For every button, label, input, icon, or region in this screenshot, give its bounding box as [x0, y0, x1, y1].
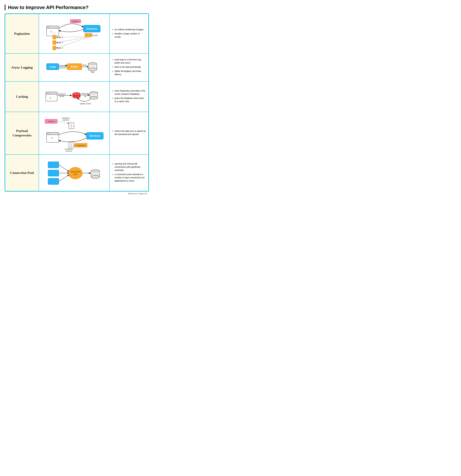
- svg-text:request: request: [48, 120, 54, 123]
- svg-rect-10: [85, 33, 88, 37]
- svg-point-69: [49, 133, 50, 134]
- row-pagination: Pagination ↖ Services request: [5, 14, 148, 54]
- svg-text:↖: ↖: [50, 30, 53, 34]
- svg-text:request: request: [72, 20, 79, 22]
- label-caching: Caching: [5, 82, 39, 112]
- svg-text:↖: ↖: [51, 136, 53, 140]
- svg-line-85: [59, 165, 69, 172]
- svg-rect-14: [53, 41, 56, 44]
- svg-point-38: [47, 93, 47, 94]
- svg-rect-84: [48, 178, 59, 185]
- svg-point-32: [88, 68, 97, 71]
- label-payload-compression: Payload Compression: [5, 112, 39, 154]
- diagram-async-logging: Logs Buffer flush Disk: [39, 54, 110, 81]
- desc-pagination: an ordinal numbering of pages handles a …: [110, 14, 148, 53]
- desc-payload-compression: reduce the data size to speed up the dow…: [110, 112, 148, 154]
- svg-text:0: 0: [71, 146, 72, 147]
- svg-rect-37: [46, 92, 57, 94]
- svg-text:compress: compress: [62, 117, 70, 119]
- svg-rect-16: [53, 46, 56, 50]
- svg-text:response: response: [77, 144, 85, 146]
- svg-text:read from: read from: [58, 93, 66, 95]
- svg-text:ẑ: ẑ: [71, 143, 72, 145]
- svg-text:pool: pool: [74, 173, 77, 175]
- svg-point-68: [47, 133, 48, 134]
- svg-text:connection: connection: [71, 170, 80, 173]
- svg-text:0: 0: [71, 126, 72, 128]
- diagram-connection-pool: connection pool: [39, 155, 110, 191]
- svg-point-94: [91, 175, 100, 178]
- label-async-logging: Async Logging: [5, 54, 39, 81]
- svg-rect-67: [47, 132, 59, 135]
- svg-text:db: db: [84, 95, 86, 97]
- row-connection-pool: Connection Pool connection pool: [5, 155, 148, 191]
- desc-connection-pool: opening and closing DB connections add s…: [110, 155, 148, 191]
- svg-point-2: [47, 27, 48, 28]
- svg-point-49: [73, 93, 80, 95]
- svg-text:page 3: page 3: [57, 47, 63, 49]
- desc-async-logging: send logs to a lock-free ring buffer and…: [110, 54, 148, 81]
- label-pagination: Pagination: [5, 14, 39, 53]
- svg-rect-12: [53, 35, 56, 39]
- svg-text:ẑ: ẑ: [71, 124, 72, 126]
- svg-text:update cache: update cache: [80, 102, 91, 105]
- diagram-pagination: ↖ Services request result page 1: [39, 14, 110, 53]
- svg-text:Buffer: Buffer: [71, 65, 78, 68]
- svg-text:compress: compress: [65, 148, 73, 150]
- svg-text:payload: payload: [66, 150, 72, 152]
- svg-text:Services: Services: [90, 134, 100, 137]
- svg-text:result: result: [92, 34, 98, 36]
- reference-text: Reference: Rapid API: [5, 192, 149, 195]
- page-title: How to Improve API Performance?: [5, 5, 149, 10]
- svg-line-61: [57, 121, 69, 123]
- label-connection-pool: Connection Pool: [5, 155, 39, 191]
- svg-text:payload: payload: [62, 119, 69, 121]
- svg-text:Services: Services: [86, 27, 97, 30]
- diagram-payload-compression: request compress payload ẑ 0 ↖: [39, 112, 110, 154]
- svg-text:page 2: page 2: [57, 41, 63, 44]
- main-table: Pagination ↖ Services request: [5, 13, 149, 192]
- svg-rect-11: [89, 33, 92, 37]
- svg-rect-82: [48, 162, 59, 168]
- svg-point-55: [90, 96, 98, 99]
- row-payload-compression: Payload Compression request compress pay…: [5, 112, 148, 155]
- row-caching: Caching ↖ read from cache: [5, 82, 148, 112]
- svg-line-87: [59, 175, 69, 181]
- svg-text:flush: flush: [83, 64, 86, 66]
- svg-text:Disk: Disk: [91, 71, 95, 73]
- svg-text:↖: ↖: [50, 96, 52, 100]
- svg-text:read from: read from: [81, 93, 89, 95]
- svg-rect-83: [48, 170, 59, 176]
- svg-point-3: [49, 27, 50, 28]
- desc-caching: store frequently used data in the cache …: [110, 82, 148, 112]
- diagram-caching: ↖ read from cache read from db: [39, 82, 110, 112]
- svg-text:cache: cache: [59, 95, 64, 97]
- svg-point-39: [48, 93, 49, 94]
- svg-text:Logs: Logs: [50, 65, 56, 68]
- row-async-logging: Async Logging Logs Buffer flush: [5, 54, 148, 82]
- svg-rect-1: [47, 26, 59, 28]
